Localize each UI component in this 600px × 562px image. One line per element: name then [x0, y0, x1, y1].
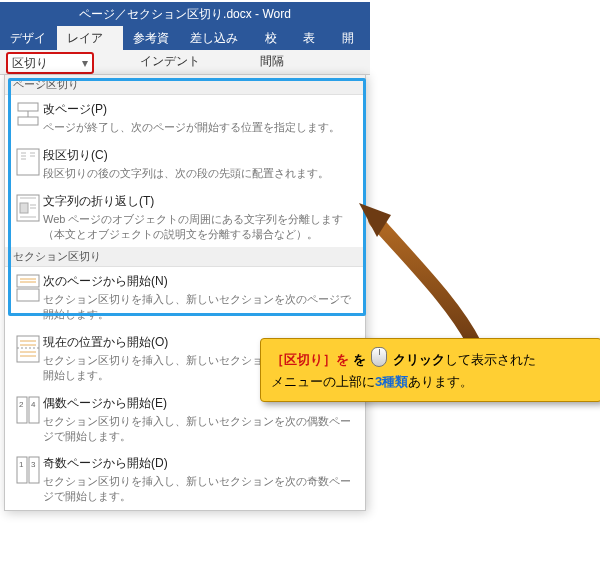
svg-rect-1: [18, 117, 38, 125]
ribbon-tabs: デザイン レイアウト 参考資料 差し込み文書 校閲 表示 開発: [0, 26, 370, 50]
menu-header-section-breaks: セクション区切り: [5, 247, 365, 267]
svg-rect-2: [17, 149, 39, 175]
section-odd-page-icon: 13: [13, 455, 43, 504]
breaks-button-label: 区切り: [12, 56, 48, 70]
callout-text: ［: [271, 352, 284, 367]
mouse-icon: [371, 347, 387, 367]
svg-rect-18: [17, 336, 39, 362]
tab-references[interactable]: 参考資料: [123, 26, 180, 50]
menu-item-title: 文字列の折り返し(T): [43, 193, 357, 210]
svg-rect-14: [17, 275, 39, 287]
menu-item-title: 改ページ(P): [43, 101, 357, 118]
breaks-button[interactable]: 区切り ▾: [6, 52, 94, 74]
menu-item-next-page[interactable]: 次のページから開始(N) セクション区切りを挿入し、新しいセクションを次のページ…: [5, 267, 365, 328]
callout-text: 3種類: [375, 374, 408, 389]
menu-item-column-break[interactable]: 段区切り(C) 段区切りの後の文字列は、次の段の先頭に配置されます。: [5, 141, 365, 187]
tab-layout[interactable]: レイアウト: [57, 26, 123, 50]
svg-text:1: 1: [19, 460, 24, 469]
section-next-page-icon: [13, 273, 43, 322]
callout-text: あります。: [408, 374, 473, 389]
svg-text:4: 4: [31, 400, 36, 409]
svg-rect-15: [17, 289, 39, 301]
chevron-down-icon: ▾: [82, 54, 88, 72]
section-continuous-icon: [13, 334, 43, 383]
callout-text: 区切り: [284, 352, 323, 367]
section-even-page-icon: 24: [13, 395, 43, 444]
tab-view[interactable]: 表示: [293, 26, 331, 50]
indent-group-label: インデント: [140, 52, 200, 70]
arrow-annotation: [355, 195, 555, 345]
svg-rect-0: [18, 103, 38, 111]
svg-text:2: 2: [19, 400, 24, 409]
svg-text:3: 3: [31, 460, 36, 469]
callout-text: を: [353, 352, 370, 367]
menu-header-page-breaks: ページ区切り: [5, 75, 365, 95]
tab-mailings[interactable]: 差し込み文書: [180, 26, 255, 50]
title-bar: ページ／セクション区切り.docx - Word: [0, 2, 370, 26]
menu-item-desc: セクション区切りを挿入し、新しいセクションを次の奇数ページで開始します。: [43, 474, 357, 504]
menu-item-page-break[interactable]: 改ページ(P) ページが終了し、次のページが開始する位置を指定します。: [5, 95, 365, 141]
tab-design[interactable]: デザイン: [0, 26, 57, 50]
menu-item-desc: セクション区切りを挿入し、新しいセクションを次のページで開始します。: [43, 292, 357, 322]
tab-developer[interactable]: 開発: [332, 26, 370, 50]
text-wrapping-icon: [13, 193, 43, 242]
spacing-group-label: 間隔: [260, 52, 284, 70]
svg-rect-9: [20, 203, 28, 213]
callout-text: して表示された: [445, 352, 536, 367]
menu-item-text-wrapping[interactable]: 文字列の折り返し(T) Web ページのオブジェクトの周囲にある文字列を分離しま…: [5, 187, 365, 248]
tab-review[interactable]: 校閲: [255, 26, 293, 50]
menu-item-desc: Web ページのオブジェクトの周囲にある文字列を分離します（本文とオブジェクトの…: [43, 212, 357, 242]
annotation-callout: ［区切り］を を クリックして表示された メニューの上部に3種類あります。: [260, 338, 600, 402]
menu-item-odd-page[interactable]: 13 奇数ページから開始(D) セクション区切りを挿入し、新しいセクションを次の…: [5, 449, 365, 510]
page-break-icon: [13, 101, 43, 135]
layout-toolbar: 区切り ▾ インデント 間隔: [0, 50, 370, 75]
breaks-menu: ページ区切り 改ページ(P) ページが終了し、次のページが開始する位置を指定しま…: [4, 74, 366, 511]
callout-text: ］を: [323, 352, 353, 367]
column-break-icon: [13, 147, 43, 181]
callout-text: メニューの上部に: [271, 374, 375, 389]
menu-item-desc: ページが終了し、次のページが開始する位置を指定します。: [43, 120, 357, 135]
menu-item-title: 段区切り(C): [43, 147, 357, 164]
menu-item-desc: セクション区切りを挿入し、新しいセクションを次の偶数ページで開始します。: [43, 414, 357, 444]
menu-item-desc: 段区切りの後の文字列は、次の段の先頭に配置されます。: [43, 166, 357, 181]
menu-item-title: 次のページから開始(N): [43, 273, 357, 290]
callout-text: クリック: [393, 352, 445, 367]
menu-item-title: 奇数ページから開始(D): [43, 455, 357, 472]
